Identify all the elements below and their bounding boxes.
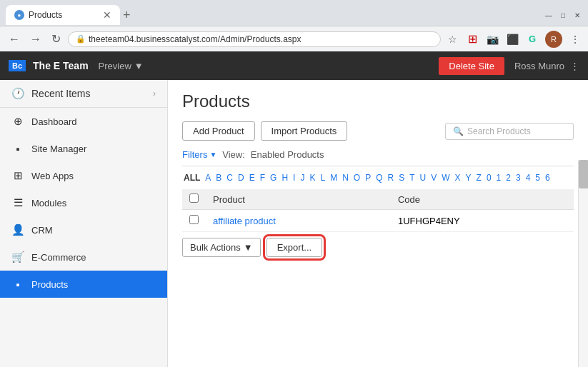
app-menu-dots[interactable]: ⋮ [570,61,579,71]
alpha-l[interactable]: L [319,172,327,184]
grammarly-icon[interactable]: G [525,32,539,46]
alpha-d[interactable]: D [236,172,246,184]
alpha-3[interactable]: 3 [514,172,522,184]
filters-button[interactable]: Filters ▼ [182,149,216,160]
alpha-m[interactable]: M [329,172,339,184]
web-apps-icon: ⊞ [11,169,24,182]
bulk-actions-button[interactable]: Bulk Actions ▼ [182,238,261,257]
add-product-button[interactable]: Add Product [182,121,255,141]
sidebar-item-dashboard[interactable]: ⊕ Dashboard [0,108,167,135]
alpha-h[interactable]: H [280,172,289,184]
product-name-cell: affiliate product [206,210,391,232]
restore-button[interactable]: □ [558,10,568,20]
select-all-header [182,189,206,210]
bulk-actions-arrow: ▼ [244,242,253,253]
alpha-n[interactable]: N [341,172,350,184]
sidebar-item-products[interactable]: ▪ Products [0,271,167,298]
alpha-s[interactable]: S [397,172,406,184]
user-avatar[interactable]: R [545,31,562,48]
scrollbar-thumb[interactable] [579,160,588,188]
alpha-a[interactable]: A [204,172,212,184]
preview-arrow: ▼ [134,61,144,71]
menu-dots[interactable]: ⋮ [568,32,582,46]
import-products-button[interactable]: Import Products [261,121,348,141]
star-icon[interactable]: ☆ [445,32,459,46]
export-button[interactable]: Export... [266,238,322,257]
alpha-t[interactable]: T [408,172,416,184]
alpha-0[interactable]: 0 [485,172,493,184]
row-checkbox[interactable] [189,215,199,224]
extension-icon2[interactable]: ⬛ [505,32,519,46]
ecommerce-icon: 🛒 [11,251,24,263]
sidebar-item-label: E-Commerce [31,252,156,263]
preview-label: Preview [99,61,131,71]
sidebar-item-site-manager[interactable]: ▪ Site Manager [0,135,167,162]
preview-button[interactable]: Preview ▼ [99,61,144,71]
extension-icon1[interactable]: ⊞ [465,32,479,46]
product-link[interactable]: affiliate product [213,216,276,226]
camera-icon[interactable]: 📷 [485,32,499,46]
alpha-4[interactable]: 4 [524,172,532,184]
alpha-b[interactable]: B [214,172,223,184]
alpha-r[interactable]: R [387,172,396,184]
browser-tab[interactable]: ● Products ✕ [6,5,120,25]
filters-label: Filters [182,149,207,160]
search-box[interactable]: 🔍 Search Products [445,123,574,140]
alpha-g[interactable]: G [269,172,278,184]
product-col-header: Product [206,189,391,210]
modules-icon: ☰ [11,196,24,209]
alpha-k[interactable]: K [308,172,317,184]
table-row: affiliate product 1UFHGP4ENY [182,210,574,232]
address-bar: ← → ↻ 🔒 theeteam04.businesscatalyst.com/… [0,26,588,51]
alpha-y[interactable]: Y [464,172,473,184]
alpha-e[interactable]: E [248,172,256,184]
recent-items-label: Recent Items [31,88,146,99]
sidebar-item-crm[interactable]: 👤 CRM [0,216,167,243]
app-nav-bar: Bc The E Team Preview ▼ Delete Site Ross… [0,51,588,80]
products-icon: ▪ [11,278,24,291]
delete-site-button[interactable]: Delete Site [439,57,504,75]
tab-close-button[interactable]: ✕ [103,9,111,21]
alpha-v[interactable]: V [429,172,438,184]
alpha-5[interactable]: 5 [534,172,542,184]
products-table: Product Code affiliate product 1UFHGP4EN… [182,189,574,232]
refresh-button[interactable]: ↻ [49,31,64,47]
select-all-checkbox[interactable] [189,193,199,203]
alpha-i[interactable]: I [291,172,297,184]
user-name: Ross Munro [514,61,564,71]
alpha-p[interactable]: P [364,172,372,184]
bottom-bar: Bulk Actions ▼ Export... [182,238,574,257]
search-icon: 🔍 [453,126,464,136]
close-button[interactable]: ✕ [572,10,582,20]
alpha-u[interactable]: U [419,172,428,184]
alpha-all[interactable]: ALL [182,172,201,184]
sidebar-item-label: Modules [31,198,156,208]
sidebar-item-recent-items[interactable]: 🕐 Recent Items › [0,80,167,108]
alpha-x[interactable]: X [454,172,462,184]
address-input[interactable]: 🔒 theeteam04.businesscatalyst.com/Admin/… [68,31,441,47]
sidebar-item-label: Dashboard [31,116,156,127]
alpha-2[interactable]: 2 [504,172,512,184]
alpha-o[interactable]: O [352,172,362,184]
alpha-c[interactable]: C [225,172,234,184]
alpha-q[interactable]: Q [374,172,384,184]
alpha-1[interactable]: 1 [495,172,503,184]
alpha-f[interactable]: F [259,172,266,184]
forward-button[interactable]: → [27,31,44,47]
back-button[interactable]: ← [6,31,23,47]
alpha-w[interactable]: W [440,172,451,184]
minimize-button[interactable]: — [544,10,554,20]
sidebar-item-modules[interactable]: ☰ Modules [0,189,167,216]
new-tab-button[interactable]: + [123,8,131,23]
sidebar-item-label: Web Apps [31,171,156,181]
crm-icon: 👤 [11,223,24,236]
product-code-cell: 1UFHGP4ENY [391,210,574,232]
alpha-z[interactable]: Z [475,172,483,184]
sidebar-item-web-apps[interactable]: ⊞ Web Apps [0,162,167,189]
scrollbar[interactable] [578,160,588,367]
bulk-actions-label: Bulk Actions [190,242,241,253]
alpha-j[interactable]: J [299,172,306,184]
alpha-6[interactable]: 6 [544,172,552,184]
site-manager-icon: ▪ [11,142,24,155]
sidebar-item-ecommerce[interactable]: 🛒 E-Commerce [0,243,167,271]
